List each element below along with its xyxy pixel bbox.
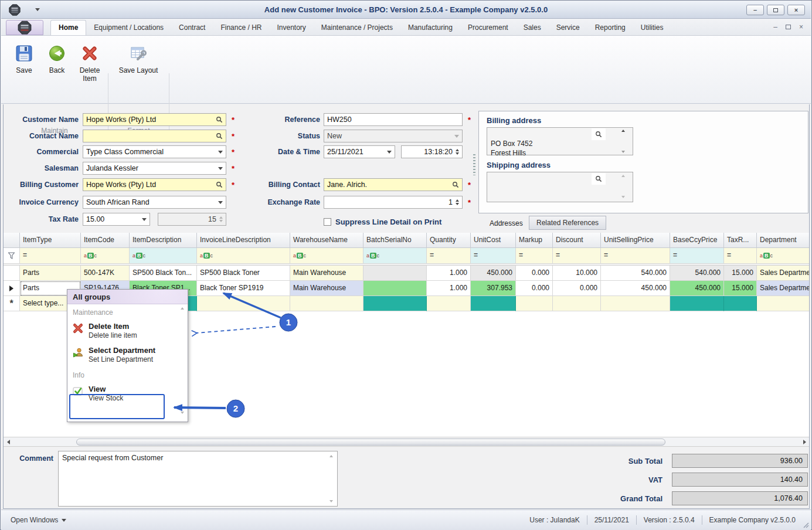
tax-rate-dropdown[interactable]: 15.00 (83, 213, 150, 226)
filter-cell-batchserialno[interactable]: aBc (363, 248, 427, 264)
filter-cell-warehousename[interactable]: aBc (290, 248, 363, 264)
grid-cell-discount-row2[interactable]: 0.000 (553, 281, 601, 296)
grid-cell-discount-row3[interactable] (553, 296, 601, 311)
search-icon[interactable] (592, 173, 606, 185)
grid-cell-unitsellingprice-row2[interactable]: 450.000 (601, 281, 670, 296)
salesman-dropdown[interactable]: Julanda Kessler (83, 162, 226, 175)
delete-item-button[interactable]: Delete Item (73, 39, 107, 108)
grid-cell-unitsellingprice-row1[interactable]: 540.000 (601, 266, 670, 281)
spinner-arrows-icon[interactable] (456, 199, 459, 205)
splitter-grip[interactable] (473, 154, 475, 175)
tab-reporting[interactable]: Reporting (587, 21, 633, 35)
spinner-arrows-icon[interactable] (456, 149, 459, 155)
tab-procurement[interactable]: Procurement (460, 21, 516, 35)
grid-cell-unitcost-row3[interactable] (471, 296, 516, 311)
billing-address-box[interactable]: PO Box 7452 Forest Hills (487, 127, 633, 155)
column-header-department[interactable]: Department (757, 233, 809, 248)
back-button[interactable]: Back (40, 39, 74, 108)
scroll-left-icon[interactable] (4, 439, 12, 446)
grid-cell-markup-row3[interactable] (516, 296, 553, 311)
grid-cell-department-row2[interactable]: Sales Department (757, 281, 809, 296)
column-header-taxr[interactable]: TaxR... (724, 233, 757, 248)
grid-cell-invoicelinedescription-row3[interactable] (197, 296, 290, 311)
grid-cell-unitcost-row1[interactable]: 450.000 (471, 266, 516, 281)
date-field[interactable]: 25/11/2021 (324, 145, 395, 158)
filter-cell-discount[interactable]: = (553, 248, 601, 264)
ribbon-restore-icon[interactable] (786, 25, 791, 29)
column-header-invoicelinedescription[interactable]: InvoiceLineDescription (197, 233, 290, 248)
grid-cell-itemtype-row1[interactable]: Parts (20, 266, 81, 281)
filter-cell-baseccyprice[interactable]: = (670, 248, 724, 264)
column-header-itemtype[interactable]: ItemType (20, 233, 81, 248)
tab-related-references[interactable]: Related References (529, 216, 606, 230)
grid-cell-warehousename-row3[interactable] (290, 296, 363, 311)
open-windows-button[interactable]: Open Windows (11, 516, 66, 524)
grid-cell-quantity-row1[interactable]: 1.000 (427, 266, 471, 281)
tab-home[interactable]: Home (50, 20, 86, 35)
grid-cell-warehousename-row1[interactable]: Main Warehouse (290, 266, 363, 281)
grid-cell-unitcost-row2[interactable]: 307.953 (471, 281, 516, 296)
ribbon-minimize-icon[interactable]: – (773, 23, 777, 31)
ribbon-close-icon[interactable]: × (799, 23, 803, 31)
filter-cell-invoicelinedescription[interactable]: aBc (197, 248, 290, 264)
column-header-unitcost[interactable]: UnitCost (471, 233, 516, 248)
tab-maintenance-projects[interactable]: Maintenance / Projects (314, 21, 400, 35)
resize-grip-icon[interactable] (802, 521, 809, 528)
grid-cell-batchserialno-row3[interactable] (363, 296, 427, 311)
grid-cell-taxr-row2[interactable]: 15.000 (724, 281, 757, 296)
filter-cell-unitcost[interactable]: = (471, 248, 516, 264)
filter-cell-markup[interactable]: = (516, 248, 553, 264)
grid-cell-markup-row1[interactable]: 0.000 (516, 266, 553, 281)
grid-cell-invoicelinedescription-row1[interactable]: SP500 Black Toner (197, 266, 290, 281)
grid-cell-itemdescription-row1[interactable]: SP500 Black Ton... (130, 266, 197, 281)
tab-equipment-locations[interactable]: Equipment / Locations (86, 21, 171, 35)
maximize-button[interactable] (767, 5, 784, 15)
grid-cell-taxr-row3[interactable] (724, 296, 757, 311)
filter-cell-unitsellingprice[interactable]: = (601, 248, 670, 264)
suppress-line-detail-checkbox-row[interactable]: Suppress Line Detail on Print (324, 215, 476, 228)
filter-cell-itemcode[interactable]: aBc (81, 248, 130, 264)
tab-contract[interactable]: Contract (171, 21, 213, 35)
scroll-right-icon[interactable] (800, 439, 808, 446)
grid-cell-department-row3[interactable] (757, 296, 809, 311)
tab-service[interactable]: Service (549, 21, 587, 35)
grid-cell-department-row1[interactable]: Sales Department (757, 266, 809, 281)
grid-cell-quantity-row2[interactable]: 1.000 (427, 281, 471, 296)
suppress-checkbox[interactable] (324, 218, 331, 226)
column-header-unitsellingprice[interactable]: UnitSellingPrice (601, 233, 670, 248)
quick-access-dropdown-icon[interactable] (35, 8, 40, 11)
tab-sales[interactable]: Sales (516, 21, 549, 35)
tab-manufacturing[interactable]: Manufacturing (400, 21, 460, 35)
tab-inventory[interactable]: Inventory (269, 21, 313, 35)
tab-utilities[interactable]: Utilities (633, 21, 671, 35)
column-header-baseccyprice[interactable]: BaseCcyPrice (670, 233, 724, 248)
grid-cell-quantity-row3[interactable] (427, 296, 471, 311)
spinner-arrows-icon[interactable] (621, 130, 625, 153)
grid-cell-batchserialno-row1[interactable] (363, 266, 427, 281)
column-header-itemcode[interactable]: ItemCode (81, 233, 130, 248)
filter-cell-taxr[interactable]: = (724, 248, 757, 264)
grid-cell-warehousename-row2[interactable]: Main Warehouse (290, 281, 363, 296)
close-button[interactable]: × (787, 5, 805, 15)
grid-cell-baseccyprice-row3[interactable] (670, 296, 724, 311)
search-icon[interactable] (592, 128, 606, 140)
column-header-itemdescription[interactable]: ItemDescription (130, 233, 197, 248)
grid-cell-markup-row2[interactable]: 0.000 (516, 281, 553, 296)
application-button[interactable] (6, 20, 43, 35)
shipping-address-box[interactable] (487, 172, 633, 202)
column-header-discount[interactable]: Discount (553, 233, 601, 248)
column-header-batchserialno[interactable]: BatchSerialNo (363, 233, 427, 248)
grid-cell-baseccyprice-row2[interactable]: 450.000 (670, 281, 724, 296)
reference-field[interactable]: HW250 (324, 113, 463, 126)
save-layout-button[interactable]: Save Layout (116, 39, 161, 108)
minimize-button[interactable]: – (746, 5, 764, 15)
search-icon[interactable] (452, 181, 459, 188)
grid-cell-taxr-row1[interactable]: 15.000 (724, 266, 757, 281)
column-header-warehousename[interactable]: WarehouseName (290, 233, 363, 248)
exchange-rate-field[interactable]: 1 (324, 196, 463, 209)
grid-horizontal-scrollbar[interactable] (4, 437, 809, 447)
grid-cell-baseccyprice-row1[interactable]: 540.000 (670, 266, 724, 281)
grid-cell-discount-row1[interactable]: 10.000 (553, 266, 601, 281)
billing-contact-field[interactable]: Jane. Alrich. (324, 178, 463, 191)
tab-addresses[interactable]: Addresses (483, 216, 530, 230)
